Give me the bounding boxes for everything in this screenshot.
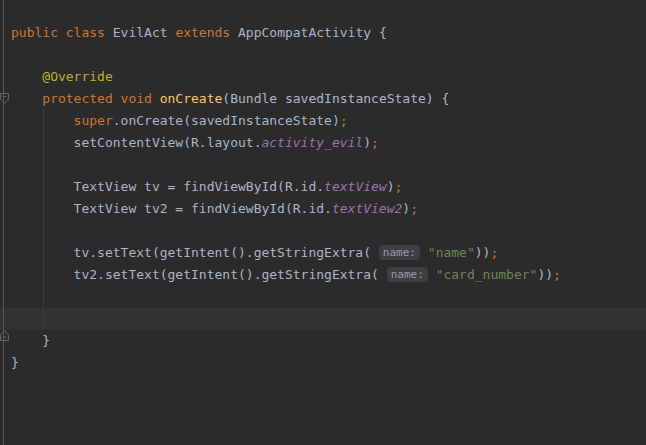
code-line[interactable] [0,44,646,66]
code-token: )) [537,267,553,282]
code-token: ; [490,245,498,260]
code-token: protected void [11,91,160,106]
code-token: @Override [11,69,113,84]
code-token: setContentView(R.layout. [11,135,261,150]
code-token [420,245,428,260]
code-token: extends [175,25,238,40]
code-line[interactable]: @Override [0,66,646,88]
code-token [428,267,436,282]
code-token: "name" [428,245,475,260]
code-line[interactable]: super.onCreate(savedInstanceState); [0,110,646,132]
code-token: textView [324,179,387,194]
code-token: ) [387,179,395,194]
code-token: EvilAct [113,25,176,40]
code-token: (Bundle savedInstanceState) { [222,91,449,106]
code-token: ; [371,135,379,150]
code-token: .onCreate(savedInstanceState) [113,113,340,128]
code-line[interactable]: tv2.setText(getIntent().getStringExtra( … [0,264,646,286]
fold-collapse-top-icon[interactable] [0,93,9,104]
code-token: TextView tv = findViewById(R.id. [11,179,324,194]
code-token: AppCompatActivity { [238,25,387,40]
code-line[interactable] [0,220,646,242]
code-token: ) [363,135,371,150]
code-token: ; [553,267,561,282]
code-token: ) [402,201,410,216]
code-line[interactable]: TextView tv2 = findViewById(R.id.textVie… [0,198,646,220]
code-line[interactable]: setContentView(R.layout.activity_evil); [0,132,646,154]
code-line[interactable]: TextView tv = findViewById(R.id.textView… [0,176,646,198]
parameter-hint-pill: name: [379,245,420,260]
code-token: } [11,333,50,348]
code-token: } [11,355,19,370]
code-line[interactable] [0,154,646,176]
code-token: activity_evil [261,135,363,150]
code-token: tv2.setText(getIntent().getStringExtra( [11,267,387,282]
code-token: onCreate [160,91,223,106]
indent-guide [43,110,44,330]
code-lines-container: public class EvilAct extends AppCompatAc… [0,0,646,374]
code-token: public class [11,25,113,40]
code-token: TextView tv2 = findViewById(R.id. [11,201,332,216]
current-line-highlight[interactable] [0,308,646,330]
code-line[interactable]: } [0,352,646,374]
code-token: textView2 [332,201,402,216]
code-token: )) [475,245,491,260]
code-line[interactable]: tv.setText(getIntent().getStringExtra( n… [0,242,646,264]
code-editor[interactable]: public class EvilAct extends AppCompatAc… [0,0,646,445]
code-line[interactable]: } [0,330,646,352]
parameter-hint-pill: name: [387,267,428,282]
code-token: ; [410,201,418,216]
gutter-separator-line [3,0,4,445]
code-line[interactable]: public class EvilAct extends AppCompatAc… [0,22,646,44]
code-line[interactable]: protected void onCreate(Bundle savedInst… [0,88,646,110]
fold-collapse-bottom-icon[interactable] [0,330,9,341]
code-token: ; [395,179,403,194]
code-token: tv.setText(getIntent().getStringExtra( [11,245,379,260]
code-token: "card_number" [436,267,538,282]
code-token: super [11,113,113,128]
code-line[interactable] [0,286,646,308]
code-token: ; [340,113,348,128]
